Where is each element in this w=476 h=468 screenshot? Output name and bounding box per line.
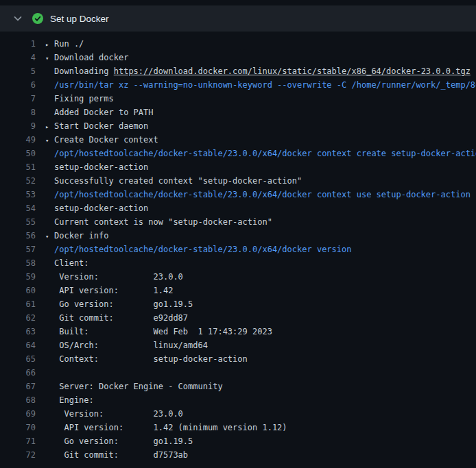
- group-title: Start Docker daemon: [54, 121, 148, 131]
- log-line: 54setup-docker-action: [0, 201, 476, 215]
- line-number[interactable]: 66: [0, 366, 36, 380]
- log: 1▸Run ./4▾Download docker5Downloading ht…: [0, 32, 476, 462]
- log-line: 68 Engine:: [0, 393, 476, 407]
- log-text: Go version: go1.19.5: [45, 297, 193, 311]
- log-group-line[interactable]: 9▸Start Docker daemon: [0, 119, 476, 133]
- log-line: 7Fixing perms: [0, 92, 476, 106]
- line-number[interactable]: 71: [0, 434, 36, 448]
- group-expanded-icon[interactable]: ▾: [45, 134, 54, 147]
- log-text: Version: 23.0.0: [45, 270, 183, 284]
- group-title: Docker info: [54, 231, 108, 241]
- log-text: Current context is now "setup-docker-act…: [45, 215, 272, 229]
- line-number[interactable]: 49: [0, 133, 36, 147]
- log-text: Successfully created context "setup-dock…: [45, 174, 302, 188]
- step-title: Set up Docker: [50, 14, 109, 24]
- line-number[interactable]: 58: [0, 256, 36, 270]
- line-number[interactable]: 63: [0, 325, 36, 338]
- log-command-text: /opt/hostedtoolcache/docker-stable/23.0.…: [45, 243, 351, 256]
- line-number[interactable]: 69: [0, 407, 36, 421]
- line-number[interactable]: 67: [0, 380, 36, 393]
- log-text: Server: Docker Engine - Community: [45, 380, 223, 393]
- log-text: Fixing perms: [45, 92, 114, 106]
- log-line: 67 Server: Docker Engine - Community: [0, 380, 476, 393]
- log-text: Context: setup-docker-action: [45, 352, 248, 366]
- download-url-link[interactable]: https://download.docker.com/linux/static…: [114, 66, 471, 76]
- log-text: Downloading: [54, 66, 114, 76]
- log-line: 66: [0, 366, 476, 380]
- log-line: 63 Built: Wed Feb 1 17:43:29 2023: [0, 325, 476, 338]
- check-circle-icon: [32, 13, 43, 24]
- log-command-text: /opt/hostedtoolcache/docker-stable/23.0.…: [45, 147, 476, 160]
- group-title: Download docker: [54, 53, 128, 62]
- line-number[interactable]: 57: [0, 243, 36, 256]
- log-text: API version: 1.42 (minimum version 1.12): [45, 421, 287, 434]
- line-number[interactable]: 54: [0, 201, 36, 215]
- log-text: setup-docker-action: [45, 160, 148, 174]
- log-line: 5Downloading https://download.docker.com…: [0, 64, 476, 78]
- group-collapsed-icon[interactable]: ▸: [45, 120, 54, 133]
- log-line: 8Added Docker to PATH: [0, 106, 476, 119]
- log-viewer: Set up Docker 1▸Run ./4▾Download docker5…: [0, 0, 476, 468]
- group-collapsed-icon[interactable]: ▸: [45, 38, 54, 51]
- log-text: setup-docker-action: [45, 201, 148, 215]
- log-line: 61 Go version: go1.19.5: [0, 297, 476, 311]
- line-number[interactable]: 4: [0, 51, 36, 64]
- line-number[interactable]: 6: [0, 78, 36, 92]
- line-number[interactable]: 51: [0, 160, 36, 174]
- log-line: 60 API version: 1.42: [0, 284, 476, 297]
- line-number[interactable]: 62: [0, 311, 36, 325]
- line-number[interactable]: 61: [0, 297, 36, 311]
- line-number[interactable]: 8: [0, 106, 36, 119]
- log-text: Version: 23.0.0: [45, 407, 183, 421]
- line-number[interactable]: 60: [0, 284, 36, 297]
- chevron-down-icon[interactable]: [12, 13, 23, 24]
- log-text: OS/Arch: linux/amd64: [45, 338, 208, 352]
- log-group-line[interactable]: 49▾Create Docker context: [0, 133, 476, 147]
- log-group-line[interactable]: 1▸Run ./: [0, 37, 476, 51]
- line-number[interactable]: 56: [0, 229, 36, 243]
- log-text: Added Docker to PATH: [45, 106, 154, 119]
- line-number[interactable]: 53: [0, 188, 36, 201]
- log-line: 53/opt/hostedtoolcache/docker-stable/23.…: [0, 188, 476, 201]
- log-line: 62 Git commit: e92dd87: [0, 311, 476, 325]
- step-header[interactable]: Set up Docker: [0, 5, 476, 32]
- group-expanded-icon[interactable]: ▾: [45, 230, 54, 243]
- log-text: Client:: [45, 256, 89, 270]
- log-text: Go version: go1.19.5: [45, 434, 193, 448]
- log-line: 51setup-docker-action: [0, 160, 476, 174]
- group-title: Create Docker context: [54, 135, 158, 145]
- log-line: 57/opt/hostedtoolcache/docker-stable/23.…: [0, 243, 476, 256]
- log-text: Built: Wed Feb 1 17:43:29 2023: [45, 325, 272, 338]
- line-number[interactable]: 5: [0, 64, 36, 78]
- log-text: Git commit: d7573ab: [45, 448, 188, 462]
- log-line: 65 Context: setup-docker-action: [0, 352, 476, 366]
- line-number[interactable]: 1: [0, 37, 36, 51]
- log-text: [45, 366, 54, 380]
- line-number[interactable]: 65: [0, 352, 36, 366]
- log-line: 58Client:: [0, 256, 476, 270]
- line-number[interactable]: 52: [0, 174, 36, 188]
- line-number[interactable]: 68: [0, 393, 36, 407]
- line-number[interactable]: 9: [0, 119, 36, 133]
- log-command-text: /opt/hostedtoolcache/docker-stable/23.0.…: [45, 188, 471, 201]
- log-text: Git commit: e92dd87: [45, 311, 188, 325]
- log-line: 72 Git commit: d7573ab: [0, 448, 476, 462]
- log-group-line[interactable]: 56▾Docker info: [0, 229, 476, 243]
- line-number[interactable]: 64: [0, 338, 36, 352]
- line-number[interactable]: 50: [0, 147, 36, 160]
- log-line: 55Current context is now "setup-docker-a…: [0, 215, 476, 229]
- group-expanded-icon[interactable]: ▾: [45, 51, 54, 64]
- log-line: 52Successfully created context "setup-do…: [0, 174, 476, 188]
- log-text: API version: 1.42: [45, 284, 173, 297]
- log-line: 70 API version: 1.42 (minimum version 1.…: [0, 421, 476, 434]
- line-number[interactable]: 59: [0, 270, 36, 284]
- log-line: 50/opt/hostedtoolcache/docker-stable/23.…: [0, 147, 476, 160]
- log-line: 6/usr/bin/tar xz --warning=no-unknown-ke…: [0, 78, 476, 92]
- log-line: 69 Version: 23.0.0: [0, 407, 476, 421]
- log-group-line[interactable]: 4▾Download docker: [0, 51, 476, 64]
- line-number[interactable]: 72: [0, 448, 36, 462]
- line-number[interactable]: 55: [0, 215, 36, 229]
- line-number[interactable]: 70: [0, 421, 36, 434]
- log-text: Engine:: [45, 393, 94, 407]
- line-number[interactable]: 7: [0, 92, 36, 106]
